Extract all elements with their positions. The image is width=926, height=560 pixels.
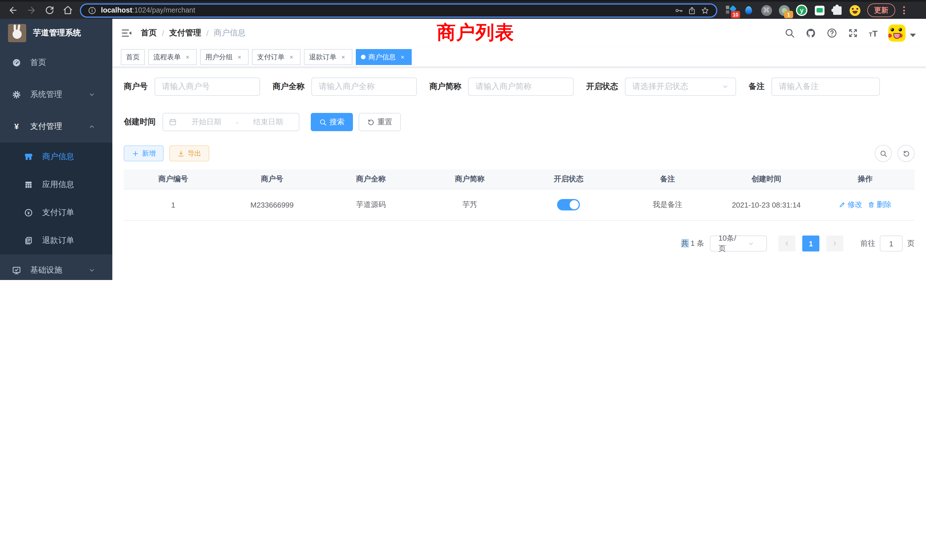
breadcrumb-item[interactable]: 首页 [141, 28, 157, 38]
browser-menu-icon[interactable] [900, 5, 908, 16]
grid-icon [24, 180, 33, 189]
close-icon[interactable]: × [399, 53, 407, 61]
tab-支付订单[interactable]: 支付订单× [252, 49, 301, 65]
column-header-5: 备注 [618, 170, 717, 189]
sidebar-subitem-支付订单[interactable]: ¥支付订单 [0, 198, 112, 226]
status-toggle[interactable] [557, 199, 580, 210]
end-date-placeholder[interactable]: 结束日期 [243, 117, 293, 127]
current-page-button[interactable]: 1 [802, 236, 819, 251]
cell-value: 2021-10-23 08:31:14 [732, 200, 800, 209]
date-range-picker[interactable]: 开始日期 - 结束日期 [162, 113, 300, 131]
refresh-table-button[interactable] [897, 145, 915, 162]
back-icon[interactable] [8, 5, 18, 15]
edit-link[interactable]: 修改 [839, 200, 862, 210]
delete-link[interactable]: 删除 [868, 200, 891, 210]
extension-emoji-icon[interactable] [849, 5, 861, 16]
svg-text:¥: ¥ [27, 210, 30, 215]
status-select[interactable]: 请选择开启状态 [625, 77, 736, 96]
export-button[interactable]: 导出 [169, 145, 209, 161]
tab-退款订单[interactable]: 退款订单× [304, 49, 353, 65]
navbar: 首页/支付管理/商户信息 商户列表 TT [112, 19, 926, 47]
svg-text:¥: ¥ [14, 122, 19, 131]
merchant-no-input[interactable]: 请输入商户号 [154, 77, 260, 96]
url-text[interactable]: localhost:1024/pay/merchant [101, 6, 670, 14]
hamburger-icon[interactable] [121, 27, 132, 39]
sidebar-item-2[interactable]: ¥支付管理 [0, 110, 112, 142]
site-info-icon[interactable] [88, 6, 96, 15]
pagination: 共 1 条 10条/页 1 前往 页 [124, 236, 915, 251]
github-icon[interactable] [805, 28, 816, 38]
help-icon[interactable] [826, 28, 837, 38]
breadcrumb-item[interactable]: 支付管理 [169, 28, 201, 38]
cell-value: 芋道源码 [356, 200, 386, 210]
remark-input[interactable]: 请输入备注 [772, 77, 880, 96]
bookmark-star-icon[interactable] [701, 6, 709, 15]
home-icon[interactable] [63, 5, 73, 15]
sidebar-item-3[interactable]: 基础设施 [0, 254, 112, 280]
user-menu[interactable] [888, 24, 918, 42]
page-content: 商户号请输入商户号商户全称请输入商户全称商户简称请输入商户简称开启状态请选择开启… [112, 67, 926, 251]
extension-chat-icon[interactable] [814, 5, 825, 16]
start-date-placeholder[interactable]: 开始日期 [181, 117, 232, 127]
prev-page-button[interactable] [778, 236, 796, 251]
reset-button[interactable]: 重置 [359, 113, 401, 131]
column-header-7: 操作 [816, 170, 915, 189]
tab-label: 首页 [126, 52, 140, 62]
fullscreen-icon[interactable] [847, 28, 858, 38]
cell-value: M233666999 [250, 200, 294, 209]
gear-icon [12, 90, 21, 99]
extension-command-icon[interactable]: ⌘ [761, 5, 772, 16]
add-button[interactable]: 新增 [124, 145, 163, 161]
sidebar-item-0[interactable]: 首页 [0, 47, 112, 79]
tab-label: 退款订单 [309, 52, 336, 62]
app-logo[interactable]: 芋道管理系统 [0, 19, 112, 47]
sidebar-subitem-应用信息[interactable]: 应用信息 [0, 171, 112, 198]
download-icon [177, 150, 185, 157]
sidebar-subitem-商户信息[interactable]: 商户信息 [0, 142, 112, 171]
extension-kite-icon[interactable] [743, 5, 754, 16]
sidebar-subitem-退款订单[interactable]: 退款订单 [0, 226, 112, 254]
extension-green-y-icon[interactable]: y [796, 5, 807, 16]
extension-boxes-diamond-icon[interactable]: 10 [725, 5, 737, 16]
close-icon[interactable]: × [236, 53, 244, 61]
column-header-1: 商户号 [222, 170, 322, 189]
forward-icon[interactable] [26, 5, 36, 15]
filter-merchant-full-name: 商户全称请输入商户全称 [272, 77, 417, 96]
placeholder-text: 请输入备注 [779, 82, 872, 92]
extension-puzzle-icon[interactable] [831, 5, 843, 16]
close-icon[interactable]: × [287, 53, 295, 61]
url-bar[interactable]: localhost:1024/pay/merchant [80, 3, 717, 17]
tab-首页[interactable]: 首页 [121, 49, 145, 65]
filter-label: 商户号 [124, 82, 148, 92]
app-title: 芋道管理系统 [33, 28, 81, 38]
font-size-icon[interactable]: TT [869, 29, 878, 37]
show-search-button[interactable] [875, 145, 892, 162]
tab-用户分组[interactable]: 用户分组× [200, 49, 249, 65]
filter-status: 开启状态请选择开启状态 [586, 77, 736, 96]
tab-商户信息[interactable]: 商户信息× [356, 49, 412, 65]
goto-page-input[interactable] [880, 236, 903, 251]
filter-label: 开启状态 [586, 82, 618, 92]
extension-gray-circle-icon[interactable]: 1 [778, 5, 790, 16]
sidebar-item-1[interactable]: 系统管理 [0, 79, 112, 110]
chevron-down-icon [88, 267, 95, 274]
tab-流程表单[interactable]: 流程表单× [148, 49, 197, 65]
next-page-button[interactable] [826, 236, 843, 251]
placeholder-text: 请输入商户简称 [475, 82, 566, 92]
main-area: 首页/支付管理/商户信息 商户列表 TT 首页流程表单×用户 [112, 19, 926, 280]
cell-remark: 我是备注 [618, 189, 717, 221]
password-key-icon[interactable] [675, 6, 683, 15]
header-search-icon[interactable] [784, 28, 794, 38]
merchant-short-name-input[interactable]: 请输入商户简称 [468, 77, 573, 96]
refresh-icon [902, 150, 910, 157]
search-button[interactable]: 搜索 [311, 113, 353, 131]
avatar[interactable] [888, 24, 905, 42]
close-icon[interactable]: × [339, 53, 347, 61]
page-size-select[interactable]: 10条/页 [710, 236, 767, 251]
browser-update-button[interactable]: 更新 [867, 3, 895, 17]
reload-icon[interactable] [44, 5, 55, 15]
column-header-6: 创建时间 [717, 170, 816, 189]
close-icon[interactable]: × [184, 53, 192, 61]
share-icon[interactable] [688, 6, 696, 15]
merchant-full-name-input[interactable]: 请输入商户全称 [311, 77, 417, 96]
